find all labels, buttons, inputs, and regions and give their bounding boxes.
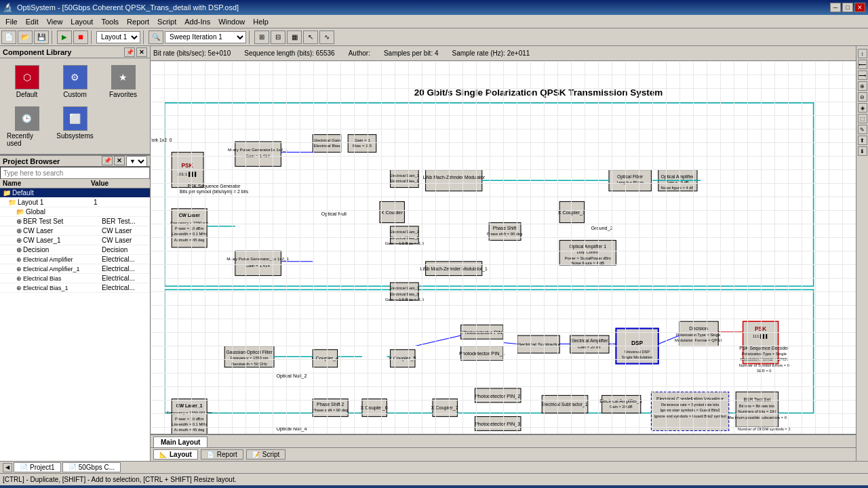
title-bar: 🔬 OptiSystem - [50Gbps Coherent QPSK_Tra… <box>0 0 868 15</box>
rtool-1[interactable]: ↕ <box>858 49 867 58</box>
menu-layout[interactable]: Layout <box>66 16 97 27</box>
comp-lib-pin[interactable]: 📌 <box>124 47 135 57</box>
layout-button[interactable]: ▦ <box>287 30 302 44</box>
menu-tools[interactable]: Tools <box>97 16 123 27</box>
comp-icon-ber: ⊕ <box>16 218 22 225</box>
menu-addins[interactable]: Add-Ins <box>180 16 214 27</box>
menu-window[interactable]: Window <box>214 16 249 27</box>
toolbar: 📄 📂 💾 ▶ ⏹ Layout 1 🔍 Sweep Iteration 1 ⊞… <box>0 28 868 46</box>
50gbps-tab[interactable]: 📄 50Gbps C... <box>62 462 121 472</box>
samples-label: Samples per bit: 4 <box>384 49 439 57</box>
default-component[interactable]: ⬡ Default <box>4 62 50 101</box>
author-label: Author: <box>349 49 370 57</box>
save-button[interactable]: 💾 <box>34 30 49 44</box>
proj-row-cwlaser[interactable]: ⊕ CW Laser CW Laser <box>0 226 150 236</box>
component-library-header: Component Library 📌 ✕ <box>0 46 150 58</box>
proj-view-select[interactable]: ▼ <box>126 156 147 167</box>
proj-browser-pin[interactable]: 📌 <box>102 156 113 165</box>
rtool-9[interactable]: ⬆ <box>858 136 867 145</box>
app-icon: 🔬 <box>3 3 13 12</box>
layout-sub-tab[interactable]: 📐 Layout <box>153 449 198 460</box>
project1-tab-icon: 📄 <box>20 464 28 471</box>
favorites-label: Favorites <box>109 91 137 98</box>
recently-used-component[interactable]: 🕒 Recently used <box>4 104 50 150</box>
50gbps-tab-label: 50Gbps C... <box>79 464 115 471</box>
value-column-header: Value <box>91 180 147 187</box>
rtool-5[interactable]: ⊖ <box>858 92 867 102</box>
subsystems-icon: ⬜ <box>63 106 87 131</box>
rtool-2[interactable]: ⟵ <box>858 60 867 69</box>
sweep-select[interactable]: Sweep Iteration 1 <box>165 31 246 43</box>
proj-browser-close[interactable]: ✕ <box>114 156 125 165</box>
rtool-7[interactable]: ⬚ <box>858 114 867 123</box>
menu-file[interactable]: File <box>1 16 22 27</box>
rtool-10[interactable]: ⬇ <box>858 146 867 156</box>
50gbps-tab-icon: 📄 <box>68 464 77 471</box>
status-bar: [CTRL] - Duplicate, [SHIFT] - Add to sel… <box>0 473 868 485</box>
rtool-8[interactable]: ✎ <box>858 125 867 134</box>
custom-component[interactable]: ⚙ Custom <box>52 62 98 101</box>
menu-script[interactable]: Script <box>153 16 180 27</box>
project1-tab[interactable]: 📄 Project1 <box>14 462 61 472</box>
zoom-in-button[interactable]: 🔍 <box>149 30 163 44</box>
proj-row-elamp1[interactable]: ⊕ Electrical Amplifier_1 Electrical... <box>0 264 150 274</box>
comp-lib-close[interactable]: ✕ <box>136 47 147 57</box>
close-button[interactable]: ✕ <box>854 3 865 12</box>
subsystems-component[interactable]: ⬜ Subsystems <box>52 104 98 150</box>
status-text: [CTRL] - Duplicate, [SHIFT] - Add to sel… <box>3 476 236 483</box>
wire-button[interactable]: ∿ <box>319 30 334 44</box>
canvas-main[interactable]: 20 Gbit/s Single Polarization QPSK Trans… <box>151 61 856 434</box>
project-search-input[interactable] <box>0 167 150 179</box>
scroll-left-button[interactable]: ◀ <box>3 463 12 472</box>
toolbar-sep-2 <box>91 30 94 44</box>
toolbar-sep-1 <box>52 30 54 44</box>
samplerate-label: Sample rate (Hz): 2e+011 <box>452 49 530 57</box>
rtool-3[interactable]: ⟶ <box>858 70 867 80</box>
grid-button2[interactable]: ⊟ <box>271 30 285 44</box>
script-tab-label: Script <box>262 451 280 458</box>
window-controls[interactable]: ─ □ ✕ <box>830 3 865 12</box>
project-column-header: Name Value <box>0 179 150 188</box>
grid-button[interactable]: ⊞ <box>254 30 269 44</box>
seqlen-label: Sequence length (bits): 65536 <box>244 49 334 57</box>
menu-report[interactable]: Report <box>123 16 153 27</box>
window-title: 🔬 OptiSystem - [50Gbps Coherent QPSK_Tra… <box>3 3 239 12</box>
custom-label: Custom <box>63 91 86 98</box>
menu-edit[interactable]: Edit <box>22 16 43 27</box>
run-button[interactable]: ▶ <box>57 30 72 44</box>
minimize-button[interactable]: ─ <box>830 3 841 12</box>
rtool-4[interactable]: ⊕ <box>858 81 867 91</box>
script-sub-tab[interactable]: 📝 Script <box>246 449 286 460</box>
comp-icon-elbias: ⊕ <box>16 275 22 282</box>
menu-help[interactable]: Help <box>249 16 273 27</box>
layout-select[interactable]: Layout 1 <box>96 31 140 43</box>
script-tab-icon: 📝 <box>252 451 260 458</box>
proj-row-elamp[interactable]: ⊕ Electrical Amplifier Electrical... <box>0 255 150 264</box>
proj-row-elbias[interactable]: ⊕ Electrical Bias Electrical... <box>0 274 150 283</box>
favorites-component[interactable]: ★ Favorites <box>100 62 146 101</box>
proj-row-elbias1[interactable]: ⊕ Electrical Bias_1 Electrical... <box>0 283 150 293</box>
left-panel: Component Library 📌 ✕ ⬡ Default ⚙ Custom <box>0 46 151 461</box>
main-area: Component Library 📌 ✕ ⬡ Default ⚙ Custom <box>0 46 868 461</box>
comp-icon-elamp1: ⊕ <box>16 266 22 272</box>
proj-row-global[interactable]: 📂 Global <box>0 207 150 217</box>
new-button[interactable]: 📄 <box>1 30 16 44</box>
main-layout-tab[interactable]: Main Layout <box>153 436 208 447</box>
open-button[interactable]: 📂 <box>18 30 33 44</box>
report-sub-tab[interactable]: 📄 Report <box>201 449 243 460</box>
proj-row-cwlaser1[interactable]: ⊕ CW Laser_1 CW Laser <box>0 236 150 245</box>
proj-row-decision[interactable]: ⊕ Decision Decision <box>0 245 150 255</box>
proj-row-default[interactable]: 📁 Default <box>0 188 150 198</box>
bitrate-label: Bit rate (bits/sec): 5e+010 <box>153 49 231 57</box>
menu-view[interactable]: View <box>43 16 67 27</box>
name-column-header: Name <box>3 180 91 187</box>
proj-row-layout1[interactable]: 📁 Layout 1 1 <box>0 198 150 207</box>
comp-icon-elamp: ⊕ <box>16 256 22 263</box>
select-button[interactable]: ↖ <box>303 30 318 44</box>
comp-icon-elbias1: ⊕ <box>16 285 22 291</box>
folder-icon-default: 📁 <box>3 189 11 197</box>
maximize-button[interactable]: □ <box>842 3 853 12</box>
rtool-6[interactable]: ◈ <box>858 103 867 113</box>
stop-button[interactable]: ⏹ <box>73 30 88 44</box>
proj-row-ber[interactable]: ⊕ BER Test Set BER Test... <box>0 217 150 226</box>
